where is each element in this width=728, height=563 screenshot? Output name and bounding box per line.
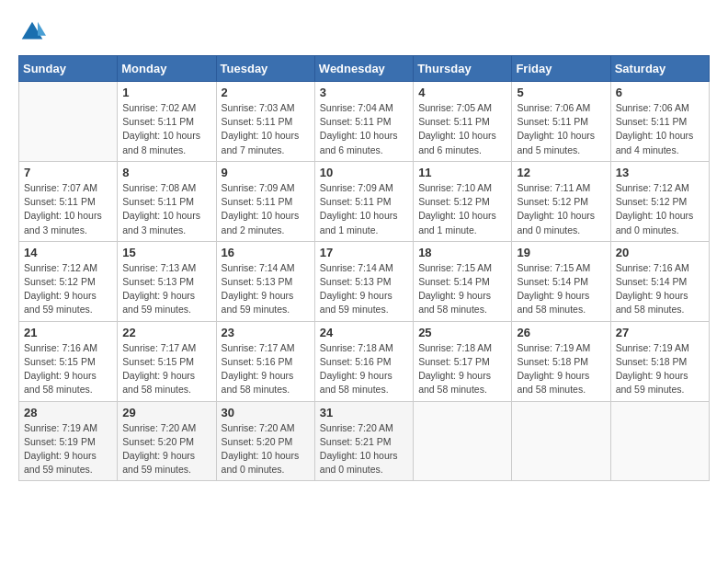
calendar-table: SundayMondayTuesdayWednesdayThursdayFrid… <box>18 55 710 481</box>
day-info: Sunrise: 7:13 AM Sunset: 5:13 PM Dayligh… <box>122 261 210 317</box>
calendar-cell: 18Sunrise: 7:15 AM Sunset: 5:14 PM Dayli… <box>414 241 512 321</box>
calendar-cell: 14Sunrise: 7:12 AM Sunset: 5:12 PM Dayli… <box>19 241 118 321</box>
day-info: Sunrise: 7:09 AM Sunset: 5:11 PM Dayligh… <box>320 181 408 237</box>
day-number: 2 <box>222 86 310 99</box>
calendar-cell: 12Sunrise: 7:11 AM Sunset: 5:12 PM Dayli… <box>512 161 610 241</box>
calendar-cell: 11Sunrise: 7:10 AM Sunset: 5:12 PM Dayli… <box>414 161 512 241</box>
calendar-cell: 22Sunrise: 7:17 AM Sunset: 5:15 PM Dayli… <box>118 321 216 401</box>
calendar-cell: 28Sunrise: 7:19 AM Sunset: 5:19 PM Dayli… <box>19 401 118 481</box>
calendar-cell: 24Sunrise: 7:18 AM Sunset: 5:16 PM Dayli… <box>314 321 413 401</box>
day-info: Sunrise: 7:08 AM Sunset: 5:11 PM Dayligh… <box>122 181 210 237</box>
day-number: 27 <box>616 326 704 339</box>
calendar-cell: 5Sunrise: 7:06 AM Sunset: 5:11 PM Daylig… <box>512 82 610 162</box>
day-number: 15 <box>122 246 210 259</box>
day-number: 18 <box>418 246 506 259</box>
day-info: Sunrise: 7:04 AM Sunset: 5:11 PM Dayligh… <box>320 101 408 157</box>
calendar-header-row: SundayMondayTuesdayWednesdayThursdayFrid… <box>19 56 710 82</box>
day-number: 22 <box>122 326 210 339</box>
day-number: 1 <box>122 86 210 99</box>
day-info: Sunrise: 7:16 AM Sunset: 5:14 PM Dayligh… <box>616 261 704 317</box>
calendar-cell <box>610 401 709 481</box>
column-header-saturday: Saturday <box>610 56 709 82</box>
week-row-2: 7Sunrise: 7:07 AM Sunset: 5:11 PM Daylig… <box>19 161 710 241</box>
day-info: Sunrise: 7:16 AM Sunset: 5:15 PM Dayligh… <box>24 341 112 397</box>
calendar-cell: 25Sunrise: 7:18 AM Sunset: 5:17 PM Dayli… <box>414 321 512 401</box>
day-number: 7 <box>24 166 112 179</box>
day-number: 19 <box>517 246 605 259</box>
day-number: 16 <box>222 246 310 259</box>
calendar-cell: 27Sunrise: 7:19 AM Sunset: 5:18 PM Dayli… <box>610 321 709 401</box>
day-info: Sunrise: 7:14 AM Sunset: 5:13 PM Dayligh… <box>320 261 408 317</box>
day-number: 26 <box>517 326 605 339</box>
day-number: 6 <box>616 86 704 99</box>
day-info: Sunrise: 7:19 AM Sunset: 5:18 PM Dayligh… <box>616 341 704 397</box>
week-row-4: 21Sunrise: 7:16 AM Sunset: 5:15 PM Dayli… <box>19 321 710 401</box>
calendar-cell: 1Sunrise: 7:02 AM Sunset: 5:11 PM Daylig… <box>118 82 216 162</box>
week-row-1: 1Sunrise: 7:02 AM Sunset: 5:11 PM Daylig… <box>19 82 710 162</box>
day-number: 28 <box>24 406 112 419</box>
day-info: Sunrise: 7:14 AM Sunset: 5:13 PM Dayligh… <box>222 261 310 317</box>
day-number: 3 <box>320 86 408 99</box>
day-info: Sunrise: 7:19 AM Sunset: 5:18 PM Dayligh… <box>517 341 605 397</box>
day-info: Sunrise: 7:17 AM Sunset: 5:15 PM Dayligh… <box>122 341 210 397</box>
column-header-monday: Monday <box>118 56 216 82</box>
calendar-cell: 21Sunrise: 7:16 AM Sunset: 5:15 PM Dayli… <box>19 321 118 401</box>
day-info: Sunrise: 7:20 AM Sunset: 5:20 PM Dayligh… <box>222 421 310 477</box>
day-number: 8 <box>122 166 210 179</box>
day-number: 17 <box>320 246 408 259</box>
day-number: 25 <box>418 326 506 339</box>
day-number: 29 <box>122 406 210 419</box>
day-info: Sunrise: 7:06 AM Sunset: 5:11 PM Dayligh… <box>616 101 704 157</box>
day-number: 30 <box>222 406 310 419</box>
calendar-cell: 19Sunrise: 7:15 AM Sunset: 5:14 PM Dayli… <box>512 241 610 321</box>
calendar-cell: 31Sunrise: 7:20 AM Sunset: 5:21 PM Dayli… <box>314 401 413 481</box>
day-info: Sunrise: 7:10 AM Sunset: 5:12 PM Dayligh… <box>418 181 506 237</box>
day-info: Sunrise: 7:12 AM Sunset: 5:12 PM Dayligh… <box>24 261 112 317</box>
column-header-tuesday: Tuesday <box>216 56 314 82</box>
day-info: Sunrise: 7:06 AM Sunset: 5:11 PM Dayligh… <box>517 101 605 157</box>
calendar-cell: 17Sunrise: 7:14 AM Sunset: 5:13 PM Dayli… <box>314 241 413 321</box>
day-info: Sunrise: 7:15 AM Sunset: 5:14 PM Dayligh… <box>418 261 506 317</box>
day-info: Sunrise: 7:19 AM Sunset: 5:19 PM Dayligh… <box>24 421 112 477</box>
day-info: Sunrise: 7:18 AM Sunset: 5:16 PM Dayligh… <box>320 341 408 397</box>
day-info: Sunrise: 7:18 AM Sunset: 5:17 PM Dayligh… <box>418 341 506 397</box>
calendar-cell: 8Sunrise: 7:08 AM Sunset: 5:11 PM Daylig… <box>118 161 216 241</box>
calendar-cell: 26Sunrise: 7:19 AM Sunset: 5:18 PM Dayli… <box>512 321 610 401</box>
column-header-sunday: Sunday <box>19 56 118 82</box>
day-number: 10 <box>320 166 408 179</box>
day-number: 13 <box>616 166 704 179</box>
calendar-cell: 15Sunrise: 7:13 AM Sunset: 5:13 PM Dayli… <box>118 241 216 321</box>
logo-icon <box>18 18 46 46</box>
day-info: Sunrise: 7:09 AM Sunset: 5:11 PM Dayligh… <box>222 181 310 237</box>
column-header-friday: Friday <box>512 56 610 82</box>
day-info: Sunrise: 7:11 AM Sunset: 5:12 PM Dayligh… <box>517 181 605 237</box>
calendar-cell <box>512 401 610 481</box>
calendar-cell: 2Sunrise: 7:03 AM Sunset: 5:11 PM Daylig… <box>216 82 314 162</box>
day-info: Sunrise: 7:17 AM Sunset: 5:16 PM Dayligh… <box>222 341 310 397</box>
calendar-cell: 13Sunrise: 7:12 AM Sunset: 5:12 PM Dayli… <box>610 161 709 241</box>
calendar-cell: 16Sunrise: 7:14 AM Sunset: 5:13 PM Dayli… <box>216 241 314 321</box>
calendar-cell: 7Sunrise: 7:07 AM Sunset: 5:11 PM Daylig… <box>19 161 118 241</box>
page-header <box>18 18 710 46</box>
day-info: Sunrise: 7:20 AM Sunset: 5:21 PM Dayligh… <box>320 421 408 477</box>
calendar-cell: 30Sunrise: 7:20 AM Sunset: 5:20 PM Dayli… <box>216 401 314 481</box>
calendar-cell: 20Sunrise: 7:16 AM Sunset: 5:14 PM Dayli… <box>610 241 709 321</box>
day-number: 11 <box>418 166 506 179</box>
day-info: Sunrise: 7:03 AM Sunset: 5:11 PM Dayligh… <box>222 101 310 157</box>
logo <box>18 18 48 46</box>
day-number: 12 <box>517 166 605 179</box>
day-number: 24 <box>320 326 408 339</box>
day-info: Sunrise: 7:12 AM Sunset: 5:12 PM Dayligh… <box>616 181 704 237</box>
svg-marker-1 <box>38 22 46 36</box>
calendar-cell: 29Sunrise: 7:20 AM Sunset: 5:20 PM Dayli… <box>118 401 216 481</box>
calendar-cell <box>414 401 512 481</box>
calendar-cell: 23Sunrise: 7:17 AM Sunset: 5:16 PM Dayli… <box>216 321 314 401</box>
day-info: Sunrise: 7:07 AM Sunset: 5:11 PM Dayligh… <box>24 181 112 237</box>
column-header-thursday: Thursday <box>414 56 512 82</box>
week-row-5: 28Sunrise: 7:19 AM Sunset: 5:19 PM Dayli… <box>19 401 710 481</box>
day-number: 5 <box>517 86 605 99</box>
day-number: 21 <box>24 326 112 339</box>
day-number: 31 <box>320 406 408 419</box>
day-number: 20 <box>616 246 704 259</box>
week-row-3: 14Sunrise: 7:12 AM Sunset: 5:12 PM Dayli… <box>19 241 710 321</box>
